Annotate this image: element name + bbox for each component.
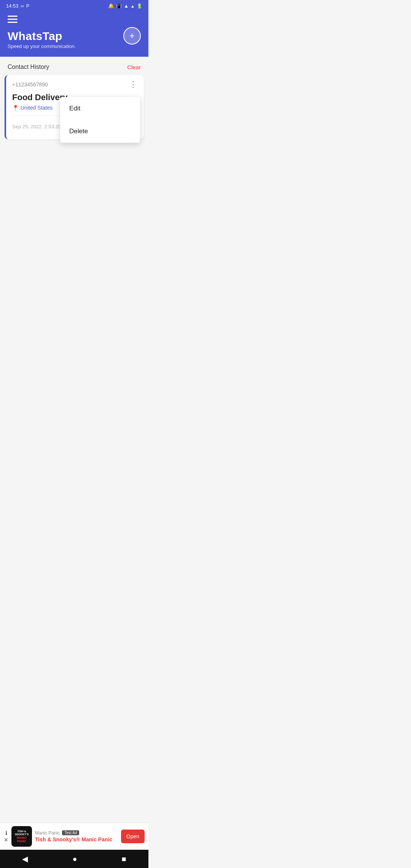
- location-text: United States: [21, 105, 53, 111]
- context-menu-delete[interactable]: Delete: [60, 120, 140, 143]
- alarm-icon: 🔔: [108, 3, 114, 9]
- section-header: Contact History Clear: [0, 57, 148, 75]
- battery-icon: 🔋: [137, 3, 142, 9]
- phone-number: +11234567890: [12, 81, 48, 88]
- app-title: WhatsTap: [8, 30, 76, 43]
- card-header: +11234567890 ⋮: [12, 80, 138, 89]
- context-menu-edit[interactable]: Edit: [60, 97, 140, 120]
- header-left: WhatsTap Speed up your communication.: [8, 16, 76, 49]
- context-menu: Edit Delete: [60, 97, 140, 143]
- clear-button[interactable]: Clear: [127, 64, 141, 70]
- hamburger-menu-button[interactable]: [8, 16, 76, 23]
- status-extra-icon: ∞: [21, 3, 24, 9]
- main-content: Contact History Clear +11234567890 ⋮ Foo…: [0, 57, 148, 247]
- app-header: WhatsTap Speed up your communication. +: [0, 12, 148, 57]
- vibrate-icon: 📳: [116, 3, 122, 9]
- hamburger-line-3: [8, 22, 18, 23]
- contact-card: +11234567890 ⋮ Food Delivery 📍 United St…: [5, 75, 144, 139]
- wifi-icon: ▲: [124, 3, 129, 9]
- app-subtitle: Speed up your communication.: [8, 43, 76, 49]
- hamburger-line-2: [8, 19, 18, 20]
- parking-icon: P: [26, 3, 29, 9]
- location-pin-icon: 📍: [12, 105, 19, 111]
- status-bar: 14:53 ∞ P 🔔 📳 ▲ ▲ 🔋: [0, 0, 148, 12]
- status-time: 14:53: [6, 3, 19, 9]
- plus-icon: +: [129, 30, 135, 41]
- signal-icon: ▲: [131, 4, 135, 8]
- more-options-button[interactable]: ⋮: [129, 80, 138, 89]
- add-contact-button[interactable]: +: [123, 27, 141, 45]
- hamburger-line-1: [8, 16, 18, 17]
- section-title: Contact History: [8, 64, 49, 70]
